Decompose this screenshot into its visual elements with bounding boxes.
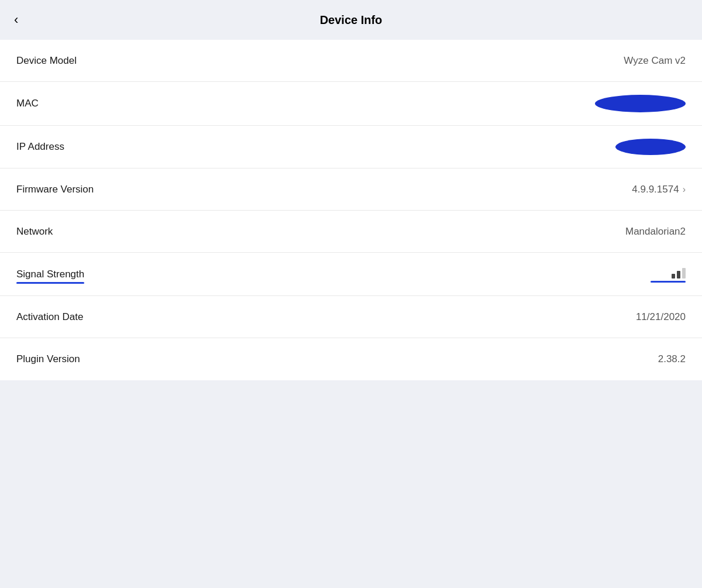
back-button[interactable]: ‹ [14, 12, 18, 27]
plugin-version-value: 2.38.2 [658, 353, 686, 365]
signal-strength-row: Signal Strength [0, 253, 702, 296]
network-value: Mandalorian2 [625, 226, 686, 238]
mac-row: MAC [0, 82, 702, 126]
device-model-row: Device Model Wyze Cam v2 [0, 40, 702, 82]
signal-bar-2 [677, 271, 680, 278]
ip-redacted [615, 139, 686, 155]
app-container: ‹ Device Info Device Model Wyze Cam v2 M… [0, 0, 702, 588]
signal-strength-value [651, 266, 686, 283]
device-model-value: Wyze Cam v2 [624, 55, 686, 67]
network-label: Network [16, 226, 53, 238]
activation-date-value: 11/21/2020 [636, 311, 686, 323]
firmware-chevron-icon: › [683, 184, 686, 195]
signal-underline [651, 281, 686, 283]
network-row: Network Mandalorian2 [0, 211, 702, 253]
plugin-version-label: Plugin Version [16, 353, 80, 365]
device-model-label: Device Model [16, 55, 77, 67]
signal-bar-3 [682, 268, 686, 278]
mac-value [595, 95, 686, 112]
ip-address-row: IP Address [0, 126, 702, 169]
firmware-version-value: 4.9.9.1574 › [632, 184, 686, 195]
footer-background [0, 380, 702, 588]
firmware-version-label: Firmware Version [16, 184, 94, 195]
header: ‹ Device Info [0, 0, 702, 40]
mac-redacted [595, 95, 686, 112]
ip-address-value [615, 139, 686, 155]
mac-label: MAC [16, 98, 39, 109]
signal-bars-icon [672, 266, 686, 278]
signal-bar-1 [672, 274, 675, 278]
page-title: Device Info [320, 13, 383, 27]
signal-strength-label: Signal Strength [16, 269, 84, 280]
firmware-version-row[interactable]: Firmware Version 4.9.9.1574 › [0, 169, 702, 211]
plugin-version-row: Plugin Version 2.38.2 [0, 338, 702, 380]
content-area: Device Model Wyze Cam v2 MAC IP Address … [0, 40, 702, 380]
back-icon: ‹ [14, 12, 18, 27]
activation-date-row: Activation Date 11/21/2020 [0, 296, 702, 338]
activation-date-label: Activation Date [16, 311, 83, 323]
ip-address-label: IP Address [16, 141, 64, 153]
